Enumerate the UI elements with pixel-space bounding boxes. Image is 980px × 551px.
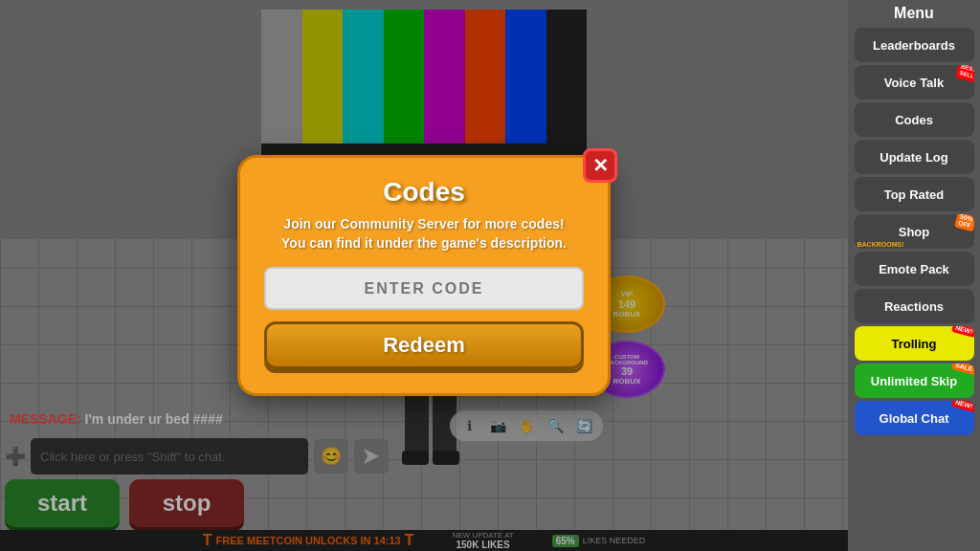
sidebar-item-shop[interactable]: Shop BACKROOMS! 50%OFF — [855, 214, 974, 249]
new-badge-trolling: NEW! — [951, 326, 974, 338]
sidebar-item-global-chat[interactable]: Global Chat NEW! — [855, 401, 974, 435]
sidebar-title: Menu — [894, 5, 934, 22]
backrooms-label: BACKROOMS! — [858, 241, 904, 248]
modal-close-button[interactable]: ✕ — [583, 148, 617, 183]
sidebar-item-emote-pack[interactable]: Emote Pack — [855, 252, 974, 286]
sidebar: Menu Leaderboards Voice Talk BESTSELL Co… — [848, 0, 980, 551]
code-input[interactable] — [264, 267, 584, 310]
sidebar-item-unlimited-skip[interactable]: Unlimited Skip SALE — [855, 364, 974, 398]
sidebar-item-top-rated[interactable]: Top Rated — [855, 177, 974, 211]
redeem-button[interactable]: Redeem — [264, 321, 584, 369]
sidebar-item-trolling[interactable]: Trolling NEW! — [855, 326, 974, 361]
codes-modal: ✕ Codes Join our Community Server for mo… — [237, 155, 611, 396]
modal-title: Codes — [264, 177, 584, 208]
sidebar-item-update-log[interactable]: Update Log — [855, 140, 974, 174]
sidebar-item-voice-talk[interactable]: Voice Talk BESTSELL — [855, 65, 974, 99]
sidebar-item-reactions[interactable]: Reactions — [855, 289, 974, 323]
new-badge-global: NEW! — [951, 401, 974, 412]
game-area: ℹ 📷 ✋ 🔍 🔄 VIP 149 ROBUX CUSTOMBACKGROUND… — [0, 0, 848, 551]
sidebar-item-leaderboards[interactable]: Leaderboards — [855, 28, 974, 62]
sidebar-item-codes[interactable]: Codes — [855, 102, 974, 137]
modal-subtitle: Join our Community Server for more codes… — [264, 215, 584, 253]
sale-badge: SALE — [951, 364, 974, 375]
hot-badge: 50%OFF — [954, 214, 973, 231]
modal-overlay: ✕ Codes Join our Community Server for mo… — [0, 0, 848, 551]
best-seller-badge: BESTSELL — [955, 65, 973, 83]
